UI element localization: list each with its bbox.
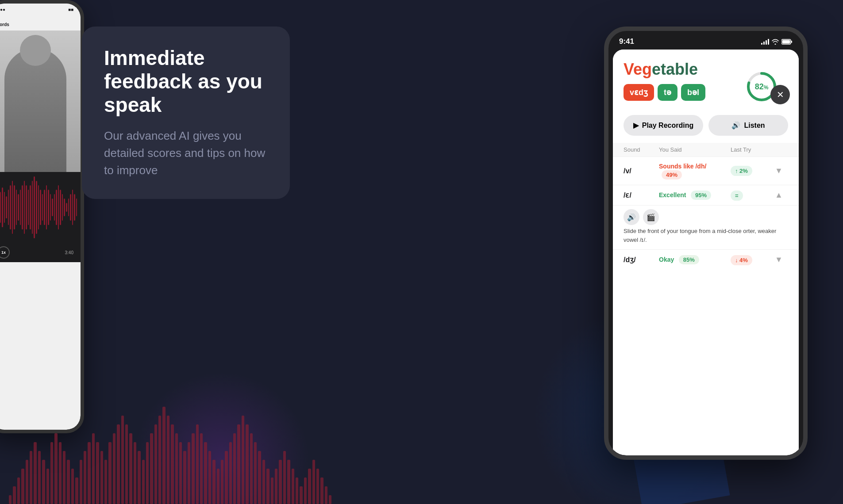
phone-notch: [679, 31, 732, 44]
sound-v: /v/: [624, 167, 659, 175]
right-phone-screen: 9:41: [608, 31, 803, 455]
bg-purple-blob: [133, 371, 310, 504]
chevron-v[interactable]: ▼: [775, 166, 788, 176]
feedback-subtitle: Our advanced AI gives you detailed score…: [104, 127, 268, 179]
sound-icon-buttons: 🔊 🎬: [624, 209, 788, 225]
left-phone-waveform: [0, 172, 81, 243]
play-sound-button[interactable]: 🔊: [624, 209, 639, 225]
close-icon: ✕: [777, 90, 784, 99]
chevron-dz[interactable]: ▼: [775, 255, 788, 264]
score-value: 82: [755, 82, 764, 91]
left-status-battery: ■■: [68, 7, 73, 12]
status-icons: [761, 38, 793, 45]
phoneme-badge-2[interactable]: tə: [658, 84, 677, 101]
word-title-part1: Veg: [624, 60, 652, 78]
listen-button[interactable]: 🔊 Listen: [708, 115, 788, 136]
table-row-2: /ɛ/ Excellent 95% = ▲: [613, 185, 799, 205]
svg-rect-2: [766, 40, 767, 45]
tip-text-e: Slide the front of your tongue from a mi…: [624, 227, 788, 244]
left-phone-controls: 1x 3:40: [0, 243, 81, 262]
left-phone-header: GWords: [0, 15, 81, 31]
last-try-v: ↑ 2%: [731, 166, 775, 176]
wifi-icon: [772, 39, 779, 45]
chevron-e[interactable]: ▲: [775, 191, 788, 200]
col-sound-header: Sound: [624, 146, 659, 153]
left-header-text: GWords: [0, 17, 75, 27]
speed-badge[interactable]: 1x: [0, 246, 10, 259]
sound-dz: /dʒ/: [624, 256, 659, 264]
avatar-head: [20, 35, 51, 66]
feedback-title: Immediate feedback as you speak: [104, 46, 268, 117]
play-recording-label: Play Recording: [642, 122, 693, 130]
play-recording-button[interactable]: ▶ Play Recording: [624, 115, 703, 136]
you-said-dz: Okay 85%: [659, 255, 731, 264]
svg-rect-1: [763, 42, 765, 45]
last-try-dz: ↓ 4%: [731, 256, 775, 264]
you-said-v: Sounds like /dh/ 49%: [659, 162, 731, 179]
left-phone-status-bar: ●●● ■■: [0, 4, 81, 15]
sound-e: /ɛ/: [624, 191, 659, 199]
col-you-said-header: You Said: [659, 146, 731, 153]
speaker-icon: 🔊: [731, 121, 740, 130]
score-text: 82%: [755, 82, 769, 92]
status-time: 9:41: [619, 37, 634, 46]
svg-rect-6: [782, 40, 790, 43]
word-header: Vegetable 82% vɛdʒ: [613, 50, 799, 115]
svg-rect-5: [791, 41, 792, 43]
left-status-signal: ●●●: [0, 7, 5, 12]
avatar-silhouette: [4, 48, 66, 172]
feedback-card: Immediate feedback as you speak Our adva…: [82, 27, 290, 199]
signal-icon: [761, 38, 769, 45]
svg-rect-3: [768, 39, 769, 45]
battery-icon: [781, 39, 793, 45]
expanded-row-e: 🔊 🎬 Slide the front of your tongue from …: [613, 205, 799, 249]
left-phone-avatar: [0, 31, 81, 172]
col-last-try-header: Last Try: [731, 146, 775, 153]
play-icon: ▶: [633, 121, 639, 130]
table-row-3: /dʒ/ Okay 85% ↓ 4% ▼: [613, 249, 799, 270]
phone-content: ✕ Vegetable 82%: [613, 50, 799, 455]
svg-rect-0: [761, 43, 762, 45]
word-title-part2: etable: [652, 60, 698, 78]
phoneme-badge-1[interactable]: vɛdʒ: [624, 84, 654, 101]
time-label: 3:40: [65, 250, 73, 255]
phoneme-badge-3[interactable]: bəl: [681, 84, 705, 101]
table-row-1: /v/ Sounds like /dh/ 49% ↑ 2% ▼: [613, 157, 799, 185]
right-phone: 9:41: [604, 27, 808, 460]
left-phone: ●●● ■■ GWords 1x 3:40: [0, 0, 84, 433]
left-phone-screen: ●●● ■■ GWords 1x 3:40: [0, 4, 81, 430]
score-percent: %: [764, 84, 769, 91]
close-button[interactable]: ✕: [770, 85, 790, 104]
action-buttons: ▶ Play Recording 🔊 Listen: [613, 115, 799, 143]
table-header: Sound You Said Last Try: [613, 143, 799, 157]
video-button[interactable]: 🎬: [643, 209, 659, 225]
you-said-e: Excellent 95%: [659, 191, 731, 200]
listen-label: Listen: [744, 122, 765, 130]
last-try-e: =: [731, 191, 775, 199]
